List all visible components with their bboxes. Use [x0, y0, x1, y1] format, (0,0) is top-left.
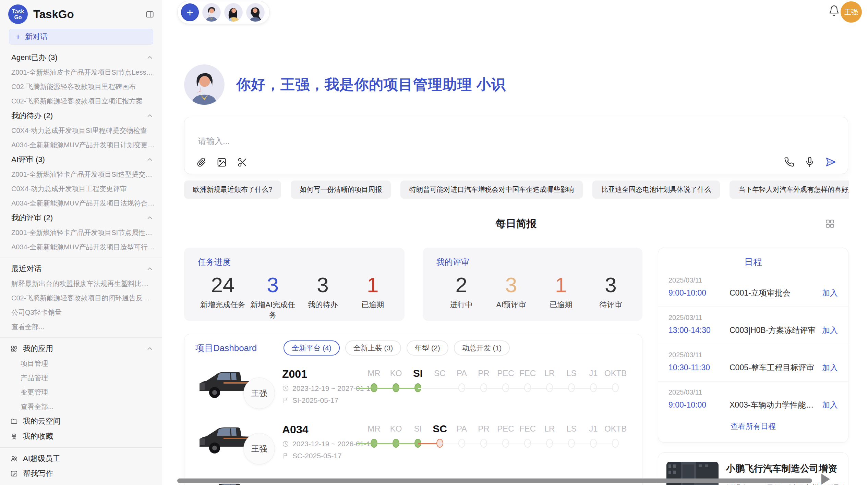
- schedule-join-link[interactable]: 加入: [822, 400, 838, 410]
- sidebar-item[interactable]: 公司Q3轻卡销量: [0, 305, 162, 320]
- new-chat-button[interactable]: + 新对话: [9, 29, 153, 45]
- schedule-view-all[interactable]: 查看所有日程: [658, 421, 848, 432]
- milestone-dot: [590, 383, 597, 392]
- sidebar-item[interactable]: 查看全部...: [0, 399, 162, 414]
- divider: [0, 337, 162, 338]
- suggestion-chip[interactable]: 欧洲新规最近颁布了什么?: [184, 181, 281, 199]
- scissors-icon[interactable]: [237, 157, 248, 167]
- sidebar-tool-write[interactable]: 帮我写作: [0, 466, 162, 481]
- sidebar-item[interactable]: 解释最新出台的欧盟报废车法规再生塑料比例被调至15%...: [0, 276, 162, 291]
- member-avatar[interactable]: [246, 3, 265, 22]
- scroll-right-arrow-icon[interactable]: [821, 474, 830, 485]
- layout-grid-icon[interactable]: [825, 219, 835, 229]
- sidebar-item-badge[interactable]: 我的收藏: [0, 429, 162, 444]
- sidebar-item[interactable]: C0X4-动力总成开发项目工程变更评审: [0, 182, 162, 196]
- sidebar-section-header[interactable]: 我的待办 (2): [0, 108, 162, 123]
- mic-icon[interactable]: [805, 157, 815, 167]
- project-flag: SI-2025-05-17: [282, 396, 374, 405]
- milestone-label: SC: [429, 366, 451, 381]
- sidebar-item[interactable]: A034-全新新能源MUV产品开发项目计划变更表编写: [0, 138, 162, 152]
- milestone-pec: PEC: [495, 366, 517, 397]
- app-logo: Task Go: [8, 4, 28, 24]
- sidebar-item[interactable]: 查看全部...: [0, 320, 162, 334]
- stat-label: 新增AI完成任务: [248, 300, 298, 320]
- phone-icon[interactable]: [784, 157, 794, 167]
- stat-value: 24: [198, 270, 248, 300]
- schedule-join-link[interactable]: 加入: [822, 325, 838, 336]
- dashboard-tabs: 全新平台 (4)全新上装 (3)年型 (2)动总开发 (1): [284, 340, 510, 356]
- sidebar-section-header[interactable]: 我的评审 (2): [0, 210, 162, 225]
- schedule-join-link[interactable]: 加入: [822, 288, 838, 298]
- image-icon[interactable]: [217, 157, 227, 167]
- schedule-item[interactable]: 2025/03/119:00-10:00C001-立项审批会加入: [658, 270, 848, 307]
- milestone-label: SI: [407, 421, 429, 436]
- project-flag-text: SI-2025-05-17: [292, 396, 338, 405]
- suggestion-chip[interactable]: 如何写一份清晰的项目周报: [291, 181, 391, 199]
- sidebar-item[interactable]: A034-全新新能源MUV产品开发项目法规符合性评审: [0, 196, 162, 210]
- sidebar-item-my-apps[interactable]: 我的应用: [0, 341, 162, 356]
- project-flag-text: SC-2025-05-17: [292, 452, 342, 460]
- suggestion-chip[interactable]: 当下年轻人对汽车外观有怎样的喜好趋势: [730, 181, 849, 199]
- sidebar-section-header[interactable]: 最近对话: [0, 261, 162, 276]
- sidebar-item[interactable]: A034-全新新能源MUV产品开发项目造型可行性评审: [0, 240, 162, 254]
- stat-label: 已逾期: [536, 300, 586, 310]
- project-row: 王强Z0012023-12-19 ~ 2027-01-19SI-2025-05-…: [184, 358, 642, 414]
- project-owner-avatar: 王强: [243, 433, 275, 464]
- sidebar-collapse-icon[interactable]: [145, 10, 154, 19]
- sidebar-item[interactable]: 产品管理: [0, 371, 162, 385]
- user-avatar[interactable]: 王强: [841, 1, 862, 23]
- user-avatar-label: 王强: [844, 8, 858, 17]
- sidebar-item[interactable]: C02-飞腾新能源轻客改款项目里程碑画布: [0, 79, 162, 94]
- suggestion-chip[interactable]: 比亚迪全固态电池计划具体说了什么: [592, 181, 720, 199]
- schedule-event-title: C005-整车工程目标评审: [730, 362, 819, 373]
- stat-value: 3: [248, 270, 298, 300]
- stat: 2进行中: [436, 270, 486, 310]
- sidebar-item[interactable]: Z001-全新燃油皮卡产品开发项目SI节点Lesson Learn报告: [0, 65, 162, 79]
- sidebar-section-header[interactable]: Agent已办 (3): [0, 50, 162, 65]
- sidebar-section-title: 我的评审 (2): [11, 213, 53, 223]
- sidebar-item[interactable]: C02-飞腾新能源轻客改款项目立项汇报方案: [0, 94, 162, 108]
- member-avatar[interactable]: [202, 3, 221, 22]
- sidebar-item[interactable]: 变更管理: [0, 385, 162, 399]
- milestone-sc: SC: [429, 366, 451, 397]
- sidebar-item-folder[interactable]: 我的云空间: [0, 414, 162, 429]
- chat-composer[interactable]: 请输入...: [184, 117, 848, 174]
- milestone-fec: FEC: [517, 421, 539, 452]
- sidebar-tool-pen[interactable]: 创意制图: [0, 481, 162, 485]
- schedule-item[interactable]: 2025/03/1113:00-14:30C003|H0B-方案冻结评审加入: [658, 307, 848, 344]
- milestone-pr: PR: [473, 366, 495, 397]
- chevron-up-icon: [146, 265, 154, 273]
- schedule-date: 2025/03/11: [668, 388, 838, 396]
- milestone-label: MR: [363, 366, 385, 381]
- dashboard-tab[interactable]: 全新平台 (4): [284, 340, 340, 356]
- sidebar-section-header[interactable]: AI评审 (3): [0, 152, 162, 167]
- project-owner-avatar: 王强: [243, 377, 275, 409]
- milestone-pec: PEC: [495, 421, 517, 452]
- chevron-up-icon: [146, 156, 154, 163]
- dashboard-tab[interactable]: 年型 (2): [407, 340, 448, 356]
- schedule-join-link[interactable]: 加入: [822, 362, 838, 373]
- sidebar-item[interactable]: Z001-全新燃油轻卡产品开发项目SI造型提交物评审: [0, 167, 162, 182]
- horizontal-scrollbar[interactable]: [177, 478, 812, 483]
- app-logo-line1: Task: [12, 9, 24, 14]
- sidebar-item[interactable]: Z001-全新燃油轻卡产品开发项目SI节点属性5D文件评审: [0, 225, 162, 240]
- add-member-button[interactable]: +: [181, 3, 199, 21]
- sidebar-item[interactable]: C02-飞腾新能源轻客改款项目的闭环通告反馈情况: [0, 291, 162, 305]
- sidebar-item[interactable]: C0X4-动力总成开发项目SI里程碑提交物检查: [0, 123, 162, 138]
- schedule-item[interactable]: 2025/03/1110:30-11:30C005-整车工程目标评审加入: [658, 344, 848, 381]
- dashboard-tab[interactable]: 全新上装 (3): [345, 340, 401, 356]
- suggestion-chip[interactable]: 特朗普可能对进口汽车增税会对中国车企造成哪些影响: [400, 181, 583, 199]
- milestone-label: J1: [582, 366, 604, 381]
- sidebar-tool-people[interactable]: AI超级员工: [0, 451, 162, 466]
- send-icon[interactable]: [825, 157, 836, 167]
- sidebar-tool-label: AI超级员工: [23, 453, 154, 464]
- attachment-icon[interactable]: [196, 157, 206, 167]
- plus-icon: +: [15, 33, 21, 40]
- news-title: 小鹏飞行汽车制造公司增资: [726, 462, 848, 475]
- schedule-item[interactable]: 2025/03/119:00-10:00X003-车辆动力学性能验...加入: [658, 381, 848, 419]
- milestone-pa: PA: [451, 421, 473, 452]
- member-avatar[interactable]: [224, 3, 243, 22]
- dashboard-tab[interactable]: 动总开发 (1): [454, 340, 510, 356]
- notification-bell-icon[interactable]: [828, 5, 840, 16]
- sidebar-item[interactable]: 项目管理: [0, 356, 162, 371]
